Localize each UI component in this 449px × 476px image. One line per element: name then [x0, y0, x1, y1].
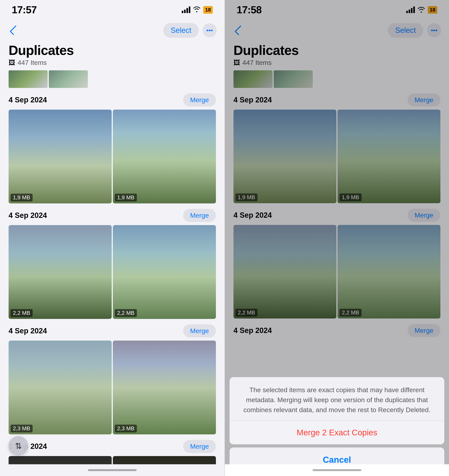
- select-button-left[interactable]: Select: [163, 23, 199, 38]
- status-icons-left: 18: [182, 6, 213, 14]
- right-phone-panel: 17:58 18 Select •••: [224, 0, 449, 476]
- album-icon-left: 🖼: [9, 59, 15, 66]
- photo-thumb-1a-left[interactable]: 1,9 MB: [9, 110, 112, 203]
- date-section-2-left: 4 Sep 2024 Merge 2,2 MB 2,2 MB: [0, 209, 224, 319]
- photo-thumb-3a-left[interactable]: 2,3 MB: [9, 341, 112, 434]
- page-title-left: Duplicates: [9, 43, 216, 58]
- merge-copies-button[interactable]: Merge 2 Exact Copies: [230, 421, 444, 444]
- date-label-2-left: 4 Sep 2024: [9, 211, 47, 220]
- sort-button-left[interactable]: ⇅: [9, 436, 28, 456]
- action-sheet: The selected items are exact copies that…: [225, 377, 449, 476]
- merge-button-4-left[interactable]: Merge: [183, 440, 216, 453]
- signal-icon-left: [182, 6, 190, 13]
- photo-size-2b-left: 2,2 MB: [115, 309, 137, 317]
- action-sheet-overlay: The selected items are exact copies that…: [225, 0, 449, 476]
- photo-size-3a-left: 2,3 MB: [11, 424, 33, 432]
- photo-grid-2-left: 2,2 MB 2,2 MB: [9, 225, 216, 319]
- chevron-left-icon-left: [10, 25, 20, 35]
- merge-button-3-left[interactable]: Merge: [183, 324, 216, 338]
- date-label-3-left: 4 Sep 2024: [9, 327, 47, 335]
- back-button-left[interactable]: [8, 23, 22, 37]
- home-indicator-left: [0, 464, 224, 476]
- page-title-area-left: Duplicates 🖼 447 Items: [0, 41, 224, 70]
- photo-thumb-1b-left[interactable]: 1,9 MB: [113, 110, 216, 203]
- left-phone-panel: 17:57 18 Select •••: [0, 0, 224, 476]
- home-bar-right: [313, 469, 361, 471]
- home-indicator-right: [225, 464, 449, 476]
- page-subtitle-left: 🖼 447 Items: [9, 59, 216, 66]
- photo-thumb-2b-left[interactable]: 2,2 MB: [113, 225, 216, 319]
- date-row-1-left: 4 Sep 2024 Merge: [9, 93, 216, 107]
- home-bar-left: [88, 469, 137, 471]
- battery-badge-left: 18: [203, 6, 213, 14]
- status-time-left: 17:57: [12, 4, 37, 16]
- date-row-4-left: 3 Sep 2024 Merge: [9, 440, 216, 453]
- photo-grid-1-left: 1,9 MB 1,9 MB: [9, 110, 216, 203]
- date-section-3-left: 4 Sep 2024 Merge 2,3 MB 2,3 MB: [0, 324, 224, 434]
- status-bar-left: 17:57 18: [0, 0, 224, 20]
- merge-button-2-left[interactable]: Merge: [183, 209, 216, 222]
- wifi-icon-left: [193, 6, 201, 14]
- nav-bar-left: Select •••: [0, 20, 224, 41]
- photo-size-3b-left: 2,3 MB: [115, 424, 137, 432]
- nav-actions-left: Select •••: [163, 23, 217, 38]
- photo-size-1a-left: 1,9 MB: [11, 194, 33, 201]
- date-label-1-left: 4 Sep 2024: [9, 96, 47, 104]
- peek-photo-2: [49, 70, 88, 88]
- peek-photo-1: [9, 70, 48, 88]
- photo-thumb-4b-left[interactable]: [113, 456, 216, 464]
- more-button-left[interactable]: •••: [203, 23, 217, 37]
- action-sheet-main: The selected items are exact copies that…: [230, 377, 444, 444]
- merge-button-1-left[interactable]: Merge: [183, 93, 216, 107]
- scroll-content-left: 4 Sep 2024 Merge 1,9 MB 1,9 MB 4 Sep 202…: [0, 70, 224, 464]
- photo-thumb-3b-left[interactable]: 2,3 MB: [113, 341, 216, 434]
- sort-icon-left: ⇅: [15, 441, 22, 451]
- photo-size-2a-left: 2,2 MB: [11, 309, 33, 317]
- action-sheet-message: The selected items are exact copies that…: [230, 377, 444, 421]
- photo-thumb-4a-left[interactable]: [9, 456, 112, 464]
- date-section-1-left: 4 Sep 2024 Merge 1,9 MB 1,9 MB: [0, 93, 224, 203]
- photo-size-1b-left: 1,9 MB: [115, 194, 137, 201]
- date-row-2-left: 4 Sep 2024 Merge: [9, 209, 216, 222]
- photo-grid-3-left: 2,3 MB 2,3 MB: [9, 341, 216, 434]
- date-section-4-left: 3 Sep 2024 Merge: [0, 440, 224, 464]
- date-row-3-left: 4 Sep 2024 Merge: [9, 324, 216, 338]
- photo-thumb-2a-left[interactable]: 2,2 MB: [9, 225, 112, 319]
- item-count-left: 447 Items: [17, 59, 47, 66]
- peek-row-left: [0, 70, 224, 88]
- photo-grid-4-left: [9, 456, 216, 464]
